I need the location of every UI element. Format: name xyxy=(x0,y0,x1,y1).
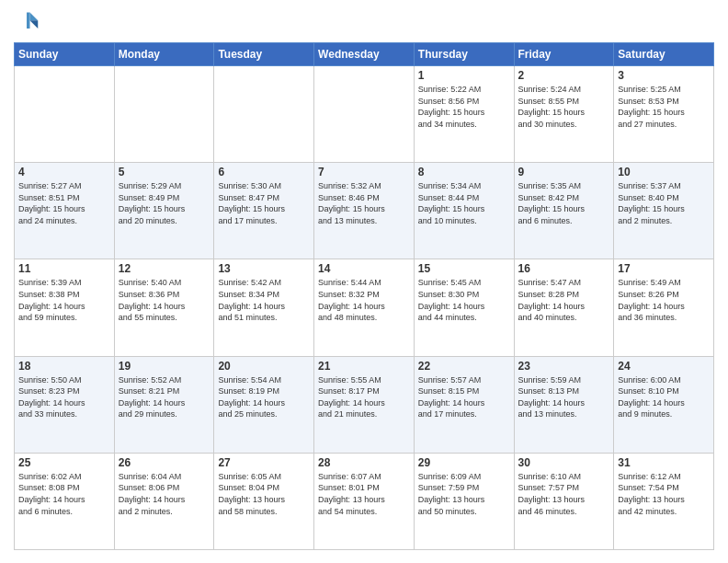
day-info: Sunrise: 5:34 AMSunset: 8:44 PMDaylight:… xyxy=(418,180,510,226)
weekday-header: Monday xyxy=(114,43,214,66)
day-number: 30 xyxy=(518,456,610,469)
day-number: 4 xyxy=(18,166,110,178)
svg-marker-1 xyxy=(30,20,39,29)
day-number: 22 xyxy=(418,360,510,373)
day-number: 12 xyxy=(119,262,210,275)
day-info: Sunrise: 5:50 AMSunset: 8:23 PMDaylight:… xyxy=(18,374,110,420)
day-info: Sunrise: 5:32 AMSunset: 8:46 PMDaylight:… xyxy=(318,180,410,226)
logo xyxy=(14,9,43,35)
calendar-day-cell: 10Sunrise: 5:37 AMSunset: 8:40 PMDayligh… xyxy=(614,163,714,259)
svg-marker-0 xyxy=(30,13,39,21)
calendar-day-cell: 7Sunrise: 5:32 AMSunset: 8:46 PMDaylight… xyxy=(314,163,415,259)
day-number: 26 xyxy=(119,456,210,469)
calendar-header-row: SundayMondayTuesdayWednesdayThursdayFrid… xyxy=(15,43,714,66)
day-info: Sunrise: 5:47 AMSunset: 8:28 PMDaylight:… xyxy=(518,277,610,323)
day-info: Sunrise: 5:44 AMSunset: 8:32 PMDaylight:… xyxy=(318,277,410,323)
calendar-day-cell: 2Sunrise: 5:24 AMSunset: 8:55 PMDaylight… xyxy=(514,66,614,163)
day-number: 27 xyxy=(218,456,310,469)
day-info: Sunrise: 5:37 AMSunset: 8:40 PMDaylight:… xyxy=(618,180,710,226)
day-number: 18 xyxy=(18,360,110,373)
calendar-day-cell: 15Sunrise: 5:45 AMSunset: 8:30 PMDayligh… xyxy=(414,259,514,356)
day-number: 11 xyxy=(18,262,110,275)
day-info: Sunrise: 6:10 AMSunset: 7:57 PMDaylight:… xyxy=(518,471,610,517)
day-info: Sunrise: 5:45 AMSunset: 8:30 PMDaylight:… xyxy=(418,277,510,323)
calendar-day-cell: 25Sunrise: 6:02 AMSunset: 8:08 PMDayligh… xyxy=(15,453,115,549)
calendar-week-row: 25Sunrise: 6:02 AMSunset: 8:08 PMDayligh… xyxy=(15,453,714,549)
day-info: Sunrise: 5:55 AMSunset: 8:17 PMDaylight:… xyxy=(318,374,410,420)
day-info: Sunrise: 5:52 AMSunset: 8:21 PMDaylight:… xyxy=(119,374,210,420)
day-info: Sunrise: 6:07 AMSunset: 8:01 PMDaylight:… xyxy=(318,471,410,517)
calendar-table: SundayMondayTuesdayWednesdayThursdayFrid… xyxy=(14,42,714,550)
day-info: Sunrise: 6:02 AMSunset: 8:08 PMDaylight:… xyxy=(18,471,110,517)
day-number: 21 xyxy=(318,360,410,373)
day-info: Sunrise: 5:30 AMSunset: 8:47 PMDaylight:… xyxy=(218,180,310,226)
day-number: 1 xyxy=(418,69,510,82)
calendar-day-cell: 31Sunrise: 6:12 AMSunset: 7:54 PMDayligh… xyxy=(614,453,714,549)
day-info: Sunrise: 6:00 AMSunset: 8:10 PMDaylight:… xyxy=(618,374,710,420)
day-number: 2 xyxy=(518,69,610,82)
weekday-header: Sunday xyxy=(15,43,115,66)
calendar-day-cell xyxy=(114,66,214,163)
day-info: Sunrise: 5:42 AMSunset: 8:34 PMDaylight:… xyxy=(218,277,310,323)
weekday-header: Wednesday xyxy=(314,43,415,66)
day-number: 31 xyxy=(618,456,710,469)
day-number: 24 xyxy=(618,360,710,373)
day-number: 17 xyxy=(618,262,710,275)
day-info: Sunrise: 6:05 AMSunset: 8:04 PMDaylight:… xyxy=(218,471,310,517)
day-number: 16 xyxy=(518,262,610,275)
day-number: 9 xyxy=(518,166,610,178)
calendar-day-cell: 11Sunrise: 5:39 AMSunset: 8:38 PMDayligh… xyxy=(15,259,115,356)
day-number: 7 xyxy=(318,166,410,178)
day-number: 15 xyxy=(418,262,510,275)
logo-icon xyxy=(14,9,40,35)
day-info: Sunrise: 6:09 AMSunset: 7:59 PMDaylight:… xyxy=(418,471,510,517)
calendar-day-cell: 16Sunrise: 5:47 AMSunset: 8:28 PMDayligh… xyxy=(514,259,614,356)
calendar-day-cell: 4Sunrise: 5:27 AMSunset: 8:51 PMDaylight… xyxy=(15,163,115,259)
calendar-day-cell: 30Sunrise: 6:10 AMSunset: 7:57 PMDayligh… xyxy=(514,453,614,549)
calendar-day-cell: 5Sunrise: 5:29 AMSunset: 8:49 PMDaylight… xyxy=(114,163,214,259)
calendar-day-cell: 22Sunrise: 5:57 AMSunset: 8:15 PMDayligh… xyxy=(414,356,514,453)
calendar-week-row: 1Sunrise: 5:22 AMSunset: 8:56 PMDaylight… xyxy=(15,66,714,163)
day-info: Sunrise: 5:54 AMSunset: 8:19 PMDaylight:… xyxy=(218,374,310,420)
calendar-day-cell: 13Sunrise: 5:42 AMSunset: 8:34 PMDayligh… xyxy=(214,259,314,356)
weekday-header: Thursday xyxy=(414,43,514,66)
weekday-header: Friday xyxy=(514,43,614,66)
calendar-day-cell: 27Sunrise: 6:05 AMSunset: 8:04 PMDayligh… xyxy=(214,453,314,549)
day-number: 14 xyxy=(318,262,410,275)
day-number: 13 xyxy=(218,262,310,275)
day-number: 29 xyxy=(418,456,510,469)
day-info: Sunrise: 6:12 AMSunset: 7:54 PMDaylight:… xyxy=(618,471,710,517)
calendar-day-cell: 19Sunrise: 5:52 AMSunset: 8:21 PMDayligh… xyxy=(114,356,214,453)
day-number: 19 xyxy=(119,360,210,373)
day-info: Sunrise: 5:24 AMSunset: 8:55 PMDaylight:… xyxy=(518,84,610,130)
day-number: 8 xyxy=(418,166,510,178)
calendar-day-cell: 12Sunrise: 5:40 AMSunset: 8:36 PMDayligh… xyxy=(114,259,214,356)
calendar-day-cell: 6Sunrise: 5:30 AMSunset: 8:47 PMDaylight… xyxy=(214,163,314,259)
calendar-day-cell xyxy=(314,66,415,163)
day-info: Sunrise: 6:04 AMSunset: 8:06 PMDaylight:… xyxy=(119,471,210,517)
weekday-header: Saturday xyxy=(614,43,714,66)
calendar-day-cell xyxy=(214,66,314,163)
day-number: 28 xyxy=(318,456,410,469)
day-number: 23 xyxy=(518,360,610,373)
calendar-day-cell: 23Sunrise: 5:59 AMSunset: 8:13 PMDayligh… xyxy=(514,356,614,453)
calendar-day-cell: 20Sunrise: 5:54 AMSunset: 8:19 PMDayligh… xyxy=(214,356,314,453)
weekday-header: Tuesday xyxy=(214,43,314,66)
calendar-day-cell: 28Sunrise: 6:07 AMSunset: 8:01 PMDayligh… xyxy=(314,453,415,549)
header xyxy=(14,9,714,35)
calendar-day-cell: 3Sunrise: 5:25 AMSunset: 8:53 PMDaylight… xyxy=(614,66,714,163)
day-info: Sunrise: 5:29 AMSunset: 8:49 PMDaylight:… xyxy=(119,180,210,226)
calendar-day-cell: 8Sunrise: 5:34 AMSunset: 8:44 PMDaylight… xyxy=(414,163,514,259)
calendar-week-row: 11Sunrise: 5:39 AMSunset: 8:38 PMDayligh… xyxy=(15,259,714,356)
day-info: Sunrise: 5:59 AMSunset: 8:13 PMDaylight:… xyxy=(518,374,610,420)
calendar-day-cell: 24Sunrise: 6:00 AMSunset: 8:10 PMDayligh… xyxy=(614,356,714,453)
day-info: Sunrise: 5:39 AMSunset: 8:38 PMDaylight:… xyxy=(18,277,110,323)
day-number: 25 xyxy=(18,456,110,469)
day-info: Sunrise: 5:35 AMSunset: 8:42 PMDaylight:… xyxy=(518,180,610,226)
day-number: 20 xyxy=(218,360,310,373)
day-number: 6 xyxy=(218,166,310,178)
day-info: Sunrise: 5:25 AMSunset: 8:53 PMDaylight:… xyxy=(618,84,710,130)
svg-marker-2 xyxy=(27,13,30,29)
calendar-week-row: 18Sunrise: 5:50 AMSunset: 8:23 PMDayligh… xyxy=(15,356,714,453)
calendar-day-cell: 9Sunrise: 5:35 AMSunset: 8:42 PMDaylight… xyxy=(514,163,614,259)
